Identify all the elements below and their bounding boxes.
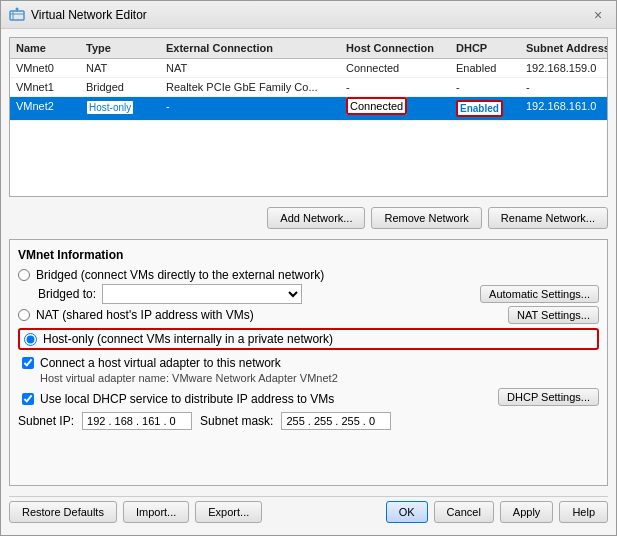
network-table: Name Type External Connection Host Conne… xyxy=(9,37,608,197)
nat-radio[interactable] xyxy=(18,309,30,321)
dhcp-checkbox-row[interactable]: Use local DHCP service to distribute IP … xyxy=(22,392,334,406)
host-only-radio[interactable] xyxy=(24,333,37,346)
host-only-label: Host-only (connect VMs internally in a p… xyxy=(43,332,333,346)
add-network-button[interactable]: Add Network... xyxy=(267,207,365,229)
restore-defaults-button[interactable]: Restore Defaults xyxy=(9,501,117,523)
svg-rect-0 xyxy=(10,11,24,20)
enabled-badge: Enabled xyxy=(456,100,503,117)
footer-row: Restore Defaults Import... Export... OK … xyxy=(9,496,608,527)
virtual-network-editor-window: Virtual Network Editor × Name Type Exter… xyxy=(0,0,617,536)
col-host: Host Connection xyxy=(344,41,454,55)
remove-network-button[interactable]: Remove Network xyxy=(371,207,481,229)
vmnet-info-section: VMnet Information Bridged (connect VMs d… xyxy=(9,239,608,486)
subnet-mask-label: Subnet mask: xyxy=(200,414,273,428)
dhcp-settings-button[interactable]: DHCP Settings... xyxy=(498,388,599,406)
nat-label: NAT (shared host's IP address with VMs) xyxy=(36,308,254,322)
row2-ext: - xyxy=(164,99,344,118)
subnet-ip-input[interactable] xyxy=(82,412,192,430)
subnet-ip-label: Subnet IP: xyxy=(18,414,74,428)
dhcp-label: Use local DHCP service to distribute IP … xyxy=(40,392,334,406)
cancel-button[interactable]: Cancel xyxy=(434,501,494,523)
row2-name: VMnet2 xyxy=(14,99,84,118)
table-row[interactable]: VMnet2 Host-only - Connected Enabled 192… xyxy=(10,97,607,121)
bridged-label: Bridged (connect VMs directly to the ext… xyxy=(36,268,324,282)
row2-subnet: 192.168.161.0 xyxy=(524,99,608,118)
import-button[interactable]: Import... xyxy=(123,501,189,523)
row1-dhcp: - xyxy=(454,80,524,94)
window-title: Virtual Network Editor xyxy=(31,8,147,22)
table-row[interactable]: VMnet0 NAT NAT Connected Enabled 192.168… xyxy=(10,59,607,78)
connected-badge: Connected xyxy=(346,97,407,115)
auto-settings-button[interactable]: Automatic Settings... xyxy=(480,285,599,303)
close-button[interactable]: × xyxy=(588,5,608,25)
help-button[interactable]: Help xyxy=(559,501,608,523)
dhcp-checkbox[interactable] xyxy=(22,393,34,405)
nat-settings-button[interactable]: NAT Settings... xyxy=(508,306,599,324)
host-only-option[interactable]: Host-only (connect VMs internally in a p… xyxy=(18,328,599,350)
col-subnet: Subnet Address xyxy=(524,41,608,55)
col-ext: External Connection xyxy=(164,41,344,55)
row1-subnet: - xyxy=(524,80,608,94)
export-button[interactable]: Export... xyxy=(195,501,262,523)
row0-name: VMnet0 xyxy=(14,61,84,75)
ok-button[interactable]: OK xyxy=(386,501,428,523)
row0-dhcp: Enabled xyxy=(454,61,524,75)
row2-dhcp: Enabled xyxy=(454,99,524,118)
app-icon xyxy=(9,7,25,23)
table-header-row: Name Type External Connection Host Conne… xyxy=(10,38,607,59)
col-type: Type xyxy=(84,41,164,55)
bridged-option[interactable]: Bridged (connect VMs directly to the ext… xyxy=(18,268,599,282)
bridged-to-row: Bridged to: Automatic Settings... xyxy=(38,284,599,304)
row0-ext: NAT xyxy=(164,61,344,75)
network-action-buttons: Add Network... Remove Network Rename Net… xyxy=(9,203,608,233)
table-row[interactable]: VMnet1 Bridged Realtek PCIe GbE Family C… xyxy=(10,78,607,97)
row1-name: VMnet1 xyxy=(14,80,84,94)
row0-subnet: 192.168.159.0 xyxy=(524,61,608,75)
bridged-to-label: Bridged to: xyxy=(38,287,96,301)
connect-adapter-row[interactable]: Connect a host virtual adapter to this n… xyxy=(22,356,599,370)
subnet-row: Subnet IP: Subnet mask: xyxy=(18,412,599,430)
col-dhcp: DHCP xyxy=(454,41,524,55)
row0-type: NAT xyxy=(84,61,164,75)
row1-type: Bridged xyxy=(84,80,164,94)
bridged-to-select[interactable] xyxy=(102,284,302,304)
connect-adapter-checkbox[interactable] xyxy=(22,357,34,369)
bridged-radio[interactable] xyxy=(18,269,30,281)
row2-type: Host-only xyxy=(84,99,164,118)
row1-host: - xyxy=(344,80,454,94)
col-name: Name xyxy=(14,41,84,55)
adapter-name-text: Host virtual adapter name: VMware Networ… xyxy=(40,372,599,384)
apply-button[interactable]: Apply xyxy=(500,501,554,523)
host-only-badge: Host-only xyxy=(86,100,134,115)
row0-host: Connected xyxy=(344,61,454,75)
title-bar: Virtual Network Editor × xyxy=(1,1,616,29)
row2-host: Connected xyxy=(344,99,454,118)
subnet-mask-input[interactable] xyxy=(281,412,391,430)
connect-adapter-label: Connect a host virtual adapter to this n… xyxy=(40,356,281,370)
nat-option[interactable]: NAT (shared host's IP address with VMs) xyxy=(18,308,254,322)
row1-ext: Realtek PCIe GbE Family Co... xyxy=(164,80,344,94)
rename-network-button[interactable]: Rename Network... xyxy=(488,207,608,229)
svg-point-3 xyxy=(16,7,19,10)
vmnet-info-title: VMnet Information xyxy=(18,248,599,262)
